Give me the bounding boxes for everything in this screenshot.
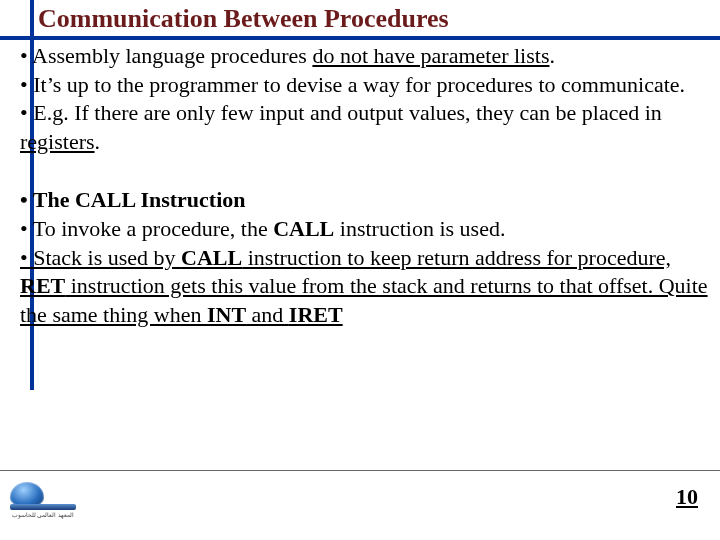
page-number: 10 [676, 484, 698, 510]
bullet-4: • The CALL Instruction [20, 186, 718, 215]
decor-bottom-rule [0, 470, 720, 471]
bold-text: IRET [289, 302, 343, 327]
bold-text: • The CALL Instruction [20, 187, 246, 212]
bullet-2: • It’s up to the programmer to devise a … [20, 71, 718, 100]
text: instruction gets this value from the sta… [20, 273, 708, 327]
text: • To invoke a procedure, the [20, 216, 273, 241]
bullet-3: • E.g. If there are only few input and o… [20, 99, 718, 156]
bullet-5: • To invoke a procedure, the CALL instru… [20, 215, 718, 244]
text: and [246, 302, 289, 327]
bold-text: CALL [181, 245, 242, 270]
bullet-6: • Stack is used by CALL instruction to k… [20, 244, 718, 330]
text: • Stack is used by [20, 245, 181, 270]
text: . [95, 129, 101, 154]
underline-text: registers [20, 129, 95, 154]
bullet-1: • Assembly language procedures do not ha… [20, 42, 718, 71]
slide-title: Communication Between Procedures [38, 4, 449, 34]
text: . [549, 43, 555, 68]
decor-top-rule [0, 36, 720, 40]
slide: Communication Between Procedures • Assem… [0, 0, 720, 540]
text: • E.g. If there are only few input and o… [20, 100, 662, 125]
bold-text: CALL [273, 216, 334, 241]
text: instruction to keep return address for p… [242, 245, 671, 270]
logo-subtext: المعهد العالمي للحاسوب [8, 512, 78, 518]
bold-text: RET [20, 273, 65, 298]
underline-text: do not have parameter lists [312, 43, 549, 68]
slide-body: • Assembly language procedures do not ha… [20, 42, 718, 329]
footer-logo: المعهد العالمي للحاسوب [8, 480, 78, 528]
text: instruction is used. [334, 216, 505, 241]
spacer [20, 156, 718, 186]
text: • Assembly language procedures [20, 43, 312, 68]
logo-band [10, 504, 76, 510]
bold-text: INT [207, 302, 246, 327]
